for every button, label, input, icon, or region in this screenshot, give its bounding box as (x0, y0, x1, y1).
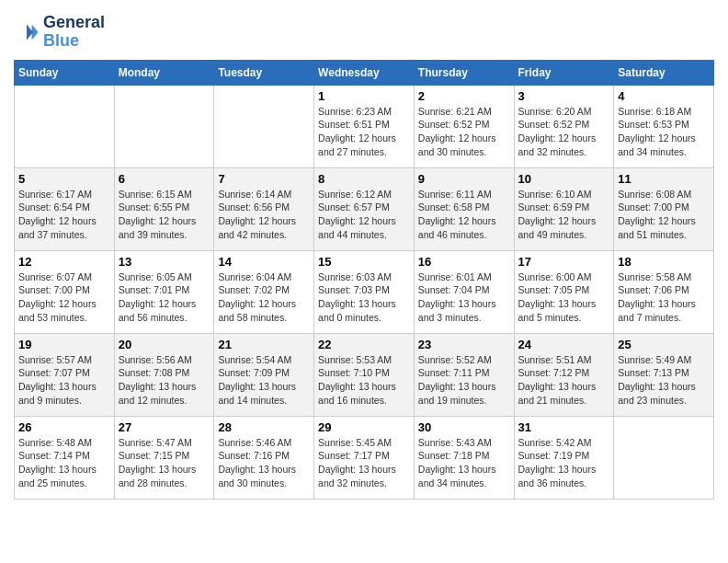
logo-icon (14, 19, 40, 45)
day-info: Sunrise: 5:52 AMSunset: 7:11 PMDaylight:… (418, 353, 510, 408)
day-info: Sunrise: 6:11 AMSunset: 6:58 PMDaylight:… (418, 188, 510, 242)
calendar-cell: 16Sunrise: 6:01 AMSunset: 7:04 PMDayligh… (414, 250, 514, 333)
calendar-cell: 9Sunrise: 6:11 AMSunset: 6:58 PMDaylight… (414, 167, 514, 250)
day-info: Sunrise: 6:18 AMSunset: 6:53 PMDaylight:… (618, 105, 710, 159)
calendar-cell: 11Sunrise: 6:08 AMSunset: 7:00 PMDayligh… (614, 167, 714, 250)
day-number: 19 (18, 338, 110, 351)
day-number: 27 (119, 420, 210, 434)
day-number: 21 (218, 338, 310, 351)
day-number: 11 (618, 172, 710, 186)
day-number: 30 (418, 420, 510, 434)
day-info: Sunrise: 6:14 AMSunset: 6:56 PMDaylight:… (218, 188, 310, 242)
day-number: 16 (418, 255, 510, 269)
day-info: Sunrise: 6:10 AMSunset: 6:59 PMDaylight:… (518, 188, 610, 242)
calendar-cell: 17Sunrise: 6:00 AMSunset: 7:05 PMDayligh… (514, 250, 614, 333)
day-info: Sunrise: 6:00 AMSunset: 7:05 PMDaylight:… (518, 270, 610, 325)
day-info: Sunrise: 6:23 AMSunset: 6:51 PMDaylight:… (318, 105, 410, 159)
day-number: 2 (418, 89, 510, 103)
day-info: Sunrise: 5:48 AMSunset: 7:14 PMDaylight:… (18, 436, 110, 490)
day-number: 17 (518, 255, 610, 269)
day-number: 1 (318, 89, 410, 103)
calendar-cell (214, 85, 314, 167)
day-number: 8 (318, 172, 410, 186)
day-number: 5 (18, 172, 110, 186)
day-number: 9 (418, 172, 510, 186)
logo: General Blue (14, 14, 105, 51)
header-cell-thursday: Thursday (414, 60, 514, 85)
day-number: 20 (119, 338, 210, 351)
header-cell-friday: Friday (514, 60, 614, 85)
header-cell-saturday: Saturday (614, 60, 714, 85)
day-info: Sunrise: 6:08 AMSunset: 7:00 PMDaylight:… (618, 188, 710, 242)
calendar-cell (114, 85, 214, 167)
day-info: Sunrise: 6:17 AMSunset: 6:54 PMDaylight:… (18, 188, 110, 242)
day-number: 14 (218, 255, 310, 269)
day-info: Sunrise: 5:43 AMSunset: 7:18 PMDaylight:… (418, 436, 510, 490)
calendar-cell: 23Sunrise: 5:52 AMSunset: 7:11 PMDayligh… (414, 333, 514, 416)
calendar-cell: 21Sunrise: 5:54 AMSunset: 7:09 PMDayligh… (214, 333, 314, 416)
day-number: 23 (418, 338, 510, 351)
logo-text: General Blue (43, 14, 105, 51)
calendar-cell: 7Sunrise: 6:14 AMSunset: 6:56 PMDaylight… (214, 167, 314, 250)
calendar-cell: 29Sunrise: 5:45 AMSunset: 7:17 PMDayligh… (314, 416, 415, 499)
day-number: 10 (518, 172, 610, 186)
calendar-week-row: 26Sunrise: 5:48 AMSunset: 7:14 PMDayligh… (15, 416, 714, 499)
calendar-cell: 14Sunrise: 6:04 AMSunset: 7:02 PMDayligh… (214, 250, 314, 333)
calendar-week-row: 5Sunrise: 6:17 AMSunset: 6:54 PMDaylight… (15, 167, 714, 250)
day-number: 12 (18, 255, 110, 269)
calendar-cell: 24Sunrise: 5:51 AMSunset: 7:12 PMDayligh… (514, 333, 614, 416)
calendar-cell: 18Sunrise: 5:58 AMSunset: 7:06 PMDayligh… (614, 250, 714, 333)
header-cell-monday: Monday (114, 60, 214, 85)
day-number: 3 (518, 89, 610, 103)
day-info: Sunrise: 5:54 AMSunset: 7:09 PMDaylight:… (218, 353, 310, 408)
calendar-cell: 28Sunrise: 5:46 AMSunset: 7:16 PMDayligh… (214, 416, 314, 499)
day-info: Sunrise: 6:01 AMSunset: 7:04 PMDaylight:… (418, 270, 510, 325)
calendar-table: SundayMondayTuesdayWednesdayThursdayFrid… (14, 60, 714, 500)
calendar-cell: 25Sunrise: 5:49 AMSunset: 7:13 PMDayligh… (614, 333, 714, 416)
calendar-cell: 13Sunrise: 6:05 AMSunset: 7:01 PMDayligh… (114, 250, 214, 333)
header-cell-sunday: Sunday (15, 60, 115, 85)
calendar-week-row: 1Sunrise: 6:23 AMSunset: 6:51 PMDaylight… (15, 85, 714, 167)
calendar-cell: 8Sunrise: 6:12 AMSunset: 6:57 PMDaylight… (314, 167, 415, 250)
day-info: Sunrise: 5:42 AMSunset: 7:19 PMDaylight:… (518, 436, 610, 490)
day-info: Sunrise: 5:45 AMSunset: 7:17 PMDaylight:… (318, 436, 410, 490)
calendar-cell: 12Sunrise: 6:07 AMSunset: 7:00 PMDayligh… (15, 250, 115, 333)
calendar-cell (614, 416, 714, 499)
day-info: Sunrise: 6:03 AMSunset: 7:03 PMDaylight:… (318, 270, 410, 325)
day-number: 7 (218, 172, 310, 186)
calendar-cell: 20Sunrise: 5:56 AMSunset: 7:08 PMDayligh… (114, 333, 214, 416)
day-number: 18 (618, 255, 710, 269)
day-number: 22 (318, 338, 410, 351)
calendar-cell: 27Sunrise: 5:47 AMSunset: 7:15 PMDayligh… (114, 416, 214, 499)
day-info: Sunrise: 5:56 AMSunset: 7:08 PMDaylight:… (119, 353, 210, 408)
day-info: Sunrise: 5:46 AMSunset: 7:16 PMDaylight:… (218, 436, 310, 490)
day-info: Sunrise: 6:20 AMSunset: 6:52 PMDaylight:… (518, 105, 610, 159)
calendar-cell: 10Sunrise: 6:10 AMSunset: 6:59 PMDayligh… (514, 167, 614, 250)
day-number: 25 (618, 338, 710, 351)
day-info: Sunrise: 5:47 AMSunset: 7:15 PMDaylight:… (119, 436, 210, 490)
day-number: 15 (318, 255, 410, 269)
calendar-cell: 3Sunrise: 6:20 AMSunset: 6:52 PMDaylight… (514, 85, 614, 167)
calendar-cell: 30Sunrise: 5:43 AMSunset: 7:18 PMDayligh… (414, 416, 514, 499)
calendar-header: SundayMondayTuesdayWednesdayThursdayFrid… (15, 60, 714, 85)
calendar-week-row: 19Sunrise: 5:57 AMSunset: 7:07 PMDayligh… (15, 333, 714, 416)
day-info: Sunrise: 5:53 AMSunset: 7:10 PMDaylight:… (318, 353, 410, 408)
day-number: 4 (618, 89, 710, 103)
day-info: Sunrise: 6:07 AMSunset: 7:00 PMDaylight:… (18, 270, 110, 325)
day-info: Sunrise: 6:05 AMSunset: 7:01 PMDaylight:… (119, 270, 210, 325)
page-header: General Blue (14, 14, 714, 51)
calendar-cell: 15Sunrise: 6:03 AMSunset: 7:03 PMDayligh… (314, 250, 415, 333)
header-row: SundayMondayTuesdayWednesdayThursdayFrid… (15, 60, 714, 85)
calendar-cell: 22Sunrise: 5:53 AMSunset: 7:10 PMDayligh… (314, 333, 415, 416)
day-number: 6 (119, 172, 210, 186)
day-info: Sunrise: 5:49 AMSunset: 7:13 PMDaylight:… (618, 353, 710, 408)
calendar-cell: 19Sunrise: 5:57 AMSunset: 7:07 PMDayligh… (15, 333, 115, 416)
calendar-cell (15, 85, 115, 167)
day-number: 24 (518, 338, 610, 351)
calendar-cell: 26Sunrise: 5:48 AMSunset: 7:14 PMDayligh… (15, 416, 115, 499)
day-number: 29 (318, 420, 410, 434)
header-cell-wednesday: Wednesday (314, 60, 415, 85)
day-number: 31 (518, 420, 610, 434)
day-info: Sunrise: 6:12 AMSunset: 6:57 PMDaylight:… (318, 188, 410, 242)
calendar-cell: 31Sunrise: 5:42 AMSunset: 7:19 PMDayligh… (514, 416, 614, 499)
